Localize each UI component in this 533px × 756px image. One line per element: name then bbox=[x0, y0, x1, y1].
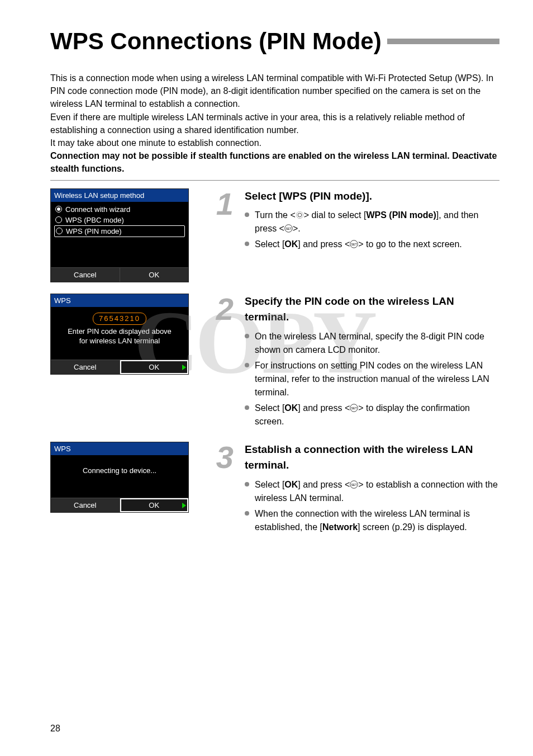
radio-filled-icon bbox=[55, 206, 62, 212]
lcd2-line2: for wireless LAN terminal bbox=[51, 337, 188, 346]
step-number-2: 2 bbox=[200, 297, 234, 322]
step-2-text: Specify the PIN code on the wireless LAN… bbox=[245, 294, 499, 431]
lcd3-title: WPS bbox=[51, 442, 188, 455]
step-1-bullet-1: Turn the <> dial to select [WPS (PIN mod… bbox=[245, 209, 499, 235]
step-3-text: Establish a connection with the wireless… bbox=[245, 442, 499, 536]
intro-warning: Connection may not be possible if stealt… bbox=[50, 149, 499, 175]
step-3-row: WPS Connecting to device... Cancel OK 3 bbox=[50, 442, 499, 536]
lcd1-opt-pin: WPS (PIN mode) bbox=[54, 225, 185, 237]
lcd2-pin-code: 76543210 bbox=[93, 313, 146, 325]
lcd2-title: WPS bbox=[51, 294, 188, 307]
lcd-screenshot-2: WPS 76543210 Enter PIN code displayed ab… bbox=[50, 294, 189, 375]
radio-empty-icon bbox=[56, 228, 63, 234]
step-3-heading: Establish a connection with the wireless… bbox=[245, 442, 499, 474]
title-decor-bar bbox=[387, 39, 499, 44]
lcd2-line1: Enter PIN code displayed above bbox=[51, 327, 188, 337]
set-icon: SET bbox=[350, 404, 358, 412]
step-2-row: WPS 76543210 Enter PIN code displayed ab… bbox=[50, 294, 499, 431]
lcd1-opt-pbc: WPS (PBC mode) bbox=[54, 215, 185, 225]
lcd1-opt-wizard: Connect with wizard bbox=[54, 204, 185, 215]
set-icon: SET bbox=[350, 480, 358, 489]
lcd2-cancel-button: Cancel bbox=[51, 360, 120, 374]
lcd3-cancel-button: Cancel bbox=[51, 498, 120, 512]
page-number: 28 bbox=[50, 724, 60, 734]
step-number-col: 2 bbox=[200, 294, 234, 319]
lcd-screenshot-3: WPS Connecting to device... Cancel OK bbox=[50, 442, 189, 513]
page-title-row: WPS Connections (PIN Mode) bbox=[50, 28, 499, 55]
svg-text:SET: SET bbox=[351, 243, 358, 246]
dial-icon bbox=[296, 211, 304, 219]
svg-text:SET: SET bbox=[285, 227, 292, 230]
step-1-bullet-2: Select [OK] and press <SET> to go to the… bbox=[245, 238, 499, 251]
radio-empty-icon bbox=[55, 216, 62, 223]
svg-point-0 bbox=[296, 212, 303, 219]
intro-p2: Even if there are multiple wireless LAN … bbox=[50, 111, 499, 136]
step-3-bullet-2: When the connection with the wireless LA… bbox=[245, 507, 499, 534]
intro-p1: This is a connection mode when using a w… bbox=[50, 72, 499, 111]
lcd-screenshot-1: Wireless LAN setup method Connect with w… bbox=[50, 188, 189, 282]
lcd2-ok-button: OK bbox=[120, 360, 189, 374]
step-2-bullet-2: For instructions on setting PIN codes on… bbox=[245, 359, 499, 399]
step-2-bullet-1: On the wireless LAN terminal, specify th… bbox=[245, 330, 499, 357]
divider bbox=[50, 180, 499, 181]
step-3-bullet-1: Select [OK] and press <SET> to establish… bbox=[245, 478, 499, 505]
intro-block: This is a connection mode when using a w… bbox=[50, 72, 499, 176]
lcd3-ok-button: OK bbox=[120, 498, 189, 512]
lcd1-cancel-button: Cancel bbox=[51, 268, 120, 282]
step-number-3: 3 bbox=[200, 445, 234, 470]
step-1-heading: Select [WPS (PIN mode)]. bbox=[245, 188, 499, 205]
set-icon: SET bbox=[350, 240, 358, 248]
svg-point-1 bbox=[298, 213, 302, 217]
step-2-heading: Specify the PIN code on the wireless LAN… bbox=[245, 294, 499, 325]
svg-text:SET: SET bbox=[351, 407, 358, 410]
play-arrow-icon bbox=[182, 365, 186, 370]
step-number-col: 1 bbox=[200, 188, 234, 214]
lcd1-title: Wireless LAN setup method bbox=[51, 189, 188, 202]
lcd3-message: Connecting to device... bbox=[51, 466, 188, 476]
step-2-bullet-3: Select [OK] and press <SET> to display t… bbox=[245, 401, 499, 428]
svg-text:SET: SET bbox=[351, 483, 358, 486]
set-icon: SET bbox=[284, 224, 293, 233]
step-1-row: Wireless LAN setup method Connect with w… bbox=[50, 188, 499, 282]
page-title: WPS Connections (PIN Mode) bbox=[50, 28, 382, 55]
step-number-col: 3 bbox=[200, 442, 234, 467]
step-number-1: 1 bbox=[200, 192, 234, 217]
play-arrow-icon bbox=[182, 503, 186, 508]
lcd1-ok-button: OK bbox=[120, 268, 189, 282]
intro-p3: It may take about one minute to establis… bbox=[50, 136, 499, 149]
step-1-text: Select [WPS (PIN mode)]. Turn the <> dia… bbox=[245, 188, 499, 254]
